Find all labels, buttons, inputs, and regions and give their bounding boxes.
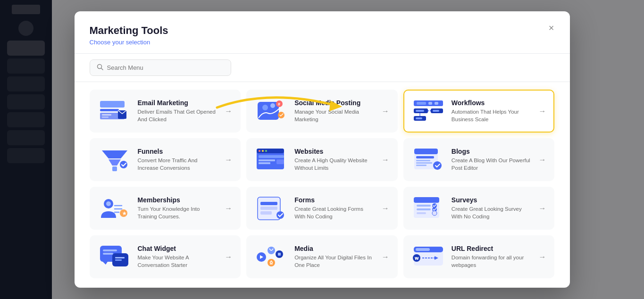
- tool-info-funnels: Funnels Convert More Traffic And Increas…: [138, 148, 218, 172]
- svg-point-32: [265, 150, 267, 152]
- svg-rect-63: [103, 249, 117, 251]
- tool-icon-surveys: [412, 195, 445, 221]
- modal-title: Marketing Tools: [90, 25, 555, 37]
- tool-icon-social-media: #: [255, 98, 288, 124]
- svg-rect-52: [260, 211, 272, 215]
- tool-desc-funnels: Convert More Traffic And Increase Conver…: [138, 157, 218, 172]
- tool-arrow-forms: →: [382, 204, 389, 213]
- tool-card-websites[interactable]: Websites Create A High Quality Website W…: [246, 138, 398, 181]
- tool-desc-chat-widget: Make Your Website A Conversation Starter: [138, 254, 218, 269]
- svg-rect-60: [417, 212, 426, 214]
- tool-name-chat-widget: Chat Widget: [138, 245, 218, 252]
- svg-rect-2: [100, 101, 125, 108]
- tool-name-surveys: Surveys: [452, 196, 532, 204]
- tool-name-media: Media: [294, 245, 375, 252]
- tool-desc-social-media: Manage Your Social Media Marketing: [294, 108, 375, 123]
- svg-rect-19: [416, 110, 424, 112]
- tool-icon-forms: [255, 195, 288, 221]
- tool-info-workflows: Workflows Automation That Helps Your Bus…: [452, 99, 532, 123]
- svg-point-31: [262, 150, 264, 152]
- tool-card-media[interactable]: Media Organize All Your Digital Files In…: [246, 235, 398, 278]
- svg-text:#: #: [278, 102, 280, 107]
- svg-point-45: [106, 201, 111, 206]
- tool-desc-memberships: Turn Your Knowledge Into Training Course…: [138, 205, 218, 220]
- svg-rect-6: [102, 116, 109, 118]
- tool-desc-email-marketing: Deliver Emails That Get Opened And Click…: [138, 108, 218, 123]
- tool-card-social-media[interactable]: # Social Media Posting Manage Your Socia…: [246, 90, 398, 133]
- search-bar: [75, 54, 570, 82]
- svg-rect-17: [435, 102, 438, 105]
- search-icon: [97, 64, 103, 72]
- svg-marker-24: [102, 150, 127, 158]
- tool-name-blogs: Blogs: [452, 148, 532, 155]
- tool-icon-blogs: [412, 147, 445, 173]
- tool-info-url-redirect: URL Redirect Domain forwarding for all y…: [452, 245, 532, 269]
- svg-text:W: W: [415, 256, 419, 260]
- tool-arrow-workflows: →: [538, 107, 546, 116]
- search-input-wrap: [90, 59, 231, 76]
- svg-rect-15: [417, 102, 426, 105]
- svg-text:★: ★: [122, 211, 127, 216]
- tool-card-blogs[interactable]: Blogs Create A Blog With Our Powerful Po…: [403, 138, 555, 181]
- modal-close-button[interactable]: ×: [544, 21, 559, 35]
- svg-point-43: [433, 161, 442, 170]
- tool-info-websites: Websites Create A High Quality Website W…: [294, 148, 375, 172]
- tool-info-blogs: Blogs Create A Blog With Our Powerful Po…: [452, 148, 532, 172]
- tool-icon-email-marketing: [98, 98, 131, 124]
- tool-card-surveys[interactable]: Surveys Create Great Looking Survey With…: [403, 187, 555, 230]
- tool-card-memberships[interactable]: ★ Memberships Turn Your Knowledge Into T…: [90, 187, 241, 230]
- svg-line-1: [101, 68, 103, 70]
- svg-rect-34: [259, 159, 275, 161]
- tool-desc-websites: Create A High Quality Website Without Li…: [294, 157, 375, 172]
- tool-card-chat-widget[interactable]: Chat Widget Make Your Website A Conversa…: [90, 235, 241, 278]
- tool-info-memberships: Memberships Turn Your Knowledge Into Tra…: [138, 196, 218, 220]
- tool-icon-url-redirect: W W: [412, 244, 445, 270]
- tool-icon-chat-widget: [98, 244, 131, 270]
- svg-marker-25: [109, 159, 121, 166]
- svg-rect-64: [103, 253, 113, 255]
- svg-rect-3: [100, 109, 119, 111]
- svg-rect-29: [257, 149, 284, 153]
- svg-rect-35: [259, 162, 270, 164]
- tool-arrow-surveys: →: [538, 204, 546, 213]
- tool-name-url-redirect: URL Redirect: [452, 245, 532, 252]
- svg-rect-75: [270, 263, 273, 265]
- tool-card-funnels[interactable]: Funnels Convert More Traffic And Increas…: [90, 138, 241, 181]
- svg-rect-36: [276, 159, 284, 164]
- search-input[interactable]: [107, 64, 224, 71]
- modal-header: Marketing Tools Choose your selection ×: [75, 11, 570, 54]
- tool-card-forms[interactable]: Forms Create Great Looking Forms With No…: [246, 187, 398, 230]
- tool-info-forms: Forms Create Great Looking Forms With No…: [294, 196, 375, 220]
- svg-rect-16: [428, 102, 432, 105]
- tool-info-social-media: Social Media Posting Manage Your Social …: [294, 99, 375, 123]
- svg-rect-40: [416, 160, 430, 161]
- svg-point-10: [270, 103, 275, 108]
- svg-rect-38: [414, 149, 438, 154]
- svg-rect-58: [417, 208, 431, 210]
- tools-grid: Email Marketing Deliver Emails That Get …: [90, 90, 555, 278]
- tool-arrow-memberships: →: [225, 204, 232, 213]
- tool-card-email-marketing[interactable]: Email Marketing Deliver Emails That Get …: [90, 90, 241, 133]
- tool-icon-funnels: [98, 147, 131, 173]
- svg-marker-65: [103, 262, 108, 265]
- tool-info-surveys: Surveys Create Great Looking Survey With…: [452, 196, 532, 220]
- tool-arrow-media: →: [382, 253, 389, 261]
- svg-point-9: [262, 105, 268, 110]
- tool-info-media: Media Organize All Your Digital Files In…: [294, 245, 375, 269]
- tool-desc-forms: Create Great Looking Forms With No Codin…: [294, 205, 375, 220]
- tool-name-forms: Forms: [294, 196, 375, 204]
- tool-name-workflows: Workflows: [452, 99, 532, 107]
- tool-info-chat-widget: Chat Widget Make Your Website A Conversa…: [138, 245, 218, 269]
- svg-rect-8: [258, 102, 279, 120]
- tool-card-workflows[interactable]: Workflows Automation That Helps Your Bus…: [403, 90, 555, 133]
- tool-info-email-marketing: Email Marketing Deliver Emails That Get …: [138, 99, 218, 123]
- tool-card-url-redirect[interactable]: W W URL Redirect Domain forwarding for a…: [403, 235, 555, 278]
- tool-icon-media: [255, 244, 288, 270]
- svg-rect-23: [416, 117, 422, 119]
- tool-name-websites: Websites: [294, 148, 375, 155]
- svg-point-27: [120, 161, 127, 168]
- tool-icon-websites: [255, 147, 288, 173]
- tool-name-funnels: Funnels: [138, 148, 218, 155]
- tool-arrow-social-media: →: [382, 107, 389, 116]
- tool-arrow-email-marketing: →: [225, 107, 232, 116]
